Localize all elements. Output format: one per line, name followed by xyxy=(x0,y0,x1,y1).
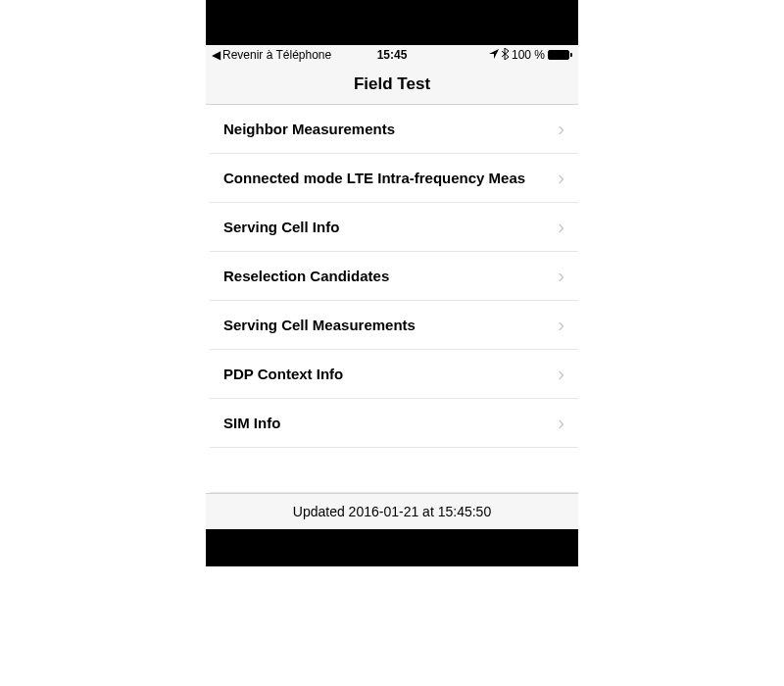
bottom-bezel xyxy=(206,529,578,566)
list-item-label: Connected mode LTE Intra-frequency Meas xyxy=(223,170,525,186)
back-arrow-icon: ◀ xyxy=(212,48,220,62)
bluetooth-icon xyxy=(502,48,509,63)
status-time: 15:45 xyxy=(377,48,408,62)
list-item-serving-cell-measurements[interactable]: Serving Cell Measurements › xyxy=(210,301,578,350)
list-item-label: Serving Cell Info xyxy=(223,219,339,235)
status-right: 100 % xyxy=(489,48,572,63)
list-item-neighbor-measurements[interactable]: Neighbor Measurements › xyxy=(210,105,578,154)
chevron-right-icon: › xyxy=(558,412,564,434)
list-item-reselection-candidates[interactable]: Reselection Candidates › xyxy=(210,252,578,301)
list-item-label: Serving Cell Measurements xyxy=(223,317,416,333)
location-icon xyxy=(489,48,499,62)
status-back-link[interactable]: ◀ Revenir à Téléphone xyxy=(212,48,331,62)
footer-text: Updated 2016-01-21 at 15:45:50 xyxy=(293,504,491,519)
list-item-serving-cell-info[interactable]: Serving Cell Info › xyxy=(210,203,578,252)
list-item-label: PDP Context Info xyxy=(223,366,343,382)
list-item-label: SIM Info xyxy=(223,415,280,431)
nav-header: Field Test xyxy=(206,65,578,105)
list-item-pdp-context-info[interactable]: PDP Context Info › xyxy=(210,350,578,399)
list-item-connected-mode[interactable]: Connected mode LTE Intra-frequency Meas … xyxy=(210,154,578,203)
chevron-right-icon: › xyxy=(558,314,564,336)
back-text: Revenir à Téléphone xyxy=(222,48,331,62)
chevron-right-icon: › xyxy=(558,216,564,238)
chevron-right-icon: › xyxy=(558,118,564,140)
list-item-label: Neighbor Measurements xyxy=(223,121,395,137)
battery-icon xyxy=(548,50,572,60)
device-frame: ◀ Revenir à Téléphone 15:45 100 % Field … xyxy=(206,0,578,566)
chevron-right-icon: › xyxy=(558,265,564,287)
list-item-sim-info[interactable]: SIM Info › xyxy=(210,399,578,448)
list-item-empty xyxy=(210,448,578,493)
page-title: Field Test xyxy=(206,74,578,94)
chevron-right-icon: › xyxy=(558,363,564,385)
top-bezel xyxy=(206,0,578,45)
list-item-label: Reselection Candidates xyxy=(223,268,389,284)
status-bar: ◀ Revenir à Téléphone 15:45 100 % xyxy=(206,45,578,65)
menu-list: Neighbor Measurements › Connected mode L… xyxy=(206,105,578,493)
footer-bar: Updated 2016-01-21 at 15:45:50 xyxy=(206,493,578,529)
battery-percent: 100 % xyxy=(512,48,545,62)
chevron-right-icon: › xyxy=(558,167,564,189)
